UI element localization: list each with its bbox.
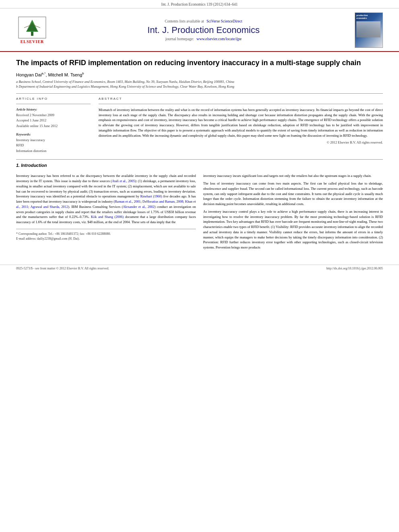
section1-heading: 1. Introduction	[16, 163, 383, 168]
footnote-area: * Corresponding author. Tel.: +86 186184…	[16, 229, 196, 241]
elsevier-wordmark: ELSEVIER	[21, 39, 44, 44]
citation-text: Int. J. Production Economics 139 (2012) …	[161, 2, 238, 6]
authors-line: Hongyan Daia,*, Mitchell M. Tsengb	[16, 72, 383, 77]
abstract-divider	[99, 104, 383, 104]
keywords-label: Keywords:	[16, 132, 90, 136]
received-date: Received 2 November 2009	[16, 113, 90, 118]
journal-homepage-line: journal homepage: www.elsevier.com/locat…	[52, 37, 355, 41]
cover-text: productioneconomics	[355, 13, 383, 39]
body-right-text1: inventory inaccuracy incurs significant …	[203, 173, 383, 179]
body-right-col: inventory inaccuracy incurs significant …	[203, 173, 383, 253]
ref-alexander[interactable]: Alexander et al., 2002	[123, 205, 154, 209]
copyright-text: © 2012 Elsevier B.V. All rights reserved…	[99, 140, 383, 144]
accepted-date: Accepted 1 June 2012	[16, 118, 90, 123]
footer-doi: http://dx.doi.org/10.1016/j.ijpe.2012.06…	[326, 267, 383, 270]
elsevier-logo-area: ELSEVIER	[12, 16, 52, 44]
sciverse-line: Contents lists available at SciVerse Sci…	[52, 19, 355, 23]
body-right-text2: The loss of inventory inaccuracy can com…	[203, 181, 383, 207]
affiliations: a Business School, Central University of…	[16, 80, 383, 89]
abstract-text: Mismatch of inventory information betwee…	[99, 107, 383, 138]
header-divider	[16, 93, 383, 94]
footnote-email: E-mail address: dailiy2238@gmail.com (H.…	[16, 236, 196, 241]
article-info-header: ARTICLE INFO	[16, 97, 90, 101]
keyword3: Information distortion	[16, 148, 90, 154]
ref-agrawal[interactable]: Agrawal and Sharda, 2012	[30, 205, 68, 209]
article-title: The impacts of RFID implementation on re…	[16, 58, 383, 68]
journal-header: ELSEVIER Contents lists available at Sci…	[0, 8, 399, 52]
body-right-text3: As inventory inaccuracy control plays a …	[203, 209, 383, 250]
homepage-url[interactable]: www.elsevier.com/locate/ijpe	[197, 37, 242, 41]
keyword2: RFID	[16, 143, 90, 148]
citation-bar: Int. J. Production Economics 139 (2012) …	[0, 0, 399, 8]
author2-name: , Mitchell M. Tseng	[45, 72, 82, 77]
sciverse-prefix: Contents lists available at	[165, 19, 204, 23]
keyword1: Inventory inaccuracy	[16, 138, 90, 143]
page-footer: 0925-5273/$ - see front matter © 2012 El…	[0, 265, 399, 272]
sciverse-link[interactable]: SciVerse ScienceDirect	[206, 19, 242, 23]
ref-dehoratius[interactable]: DeHoratius and Raman, 2008	[142, 199, 183, 203]
affil1-text: a Business School, Central University of…	[16, 80, 234, 84]
content-divider	[16, 159, 383, 160]
affil2-text: b Department of Industrial Engineering a…	[16, 84, 234, 89]
history-label: Article history:	[16, 107, 90, 111]
elsevier-tree-icon	[18, 16, 46, 39]
body-left-text1: Inventory inaccuracy has been referred t…	[16, 173, 196, 225]
svg-rect-1	[31, 32, 33, 36]
elsevier-logo: ELSEVIER	[12, 16, 52, 44]
footnote-star: * Corresponding author. Tel.: +86 186184…	[16, 232, 196, 236]
journal-cover-area: productioneconomics	[355, 12, 387, 48]
homepage-prefix: journal homepage:	[165, 37, 194, 41]
author1-name: Hongyan Dai	[16, 72, 42, 77]
ref-raman2001[interactable]: Raman et al., 2001	[115, 199, 140, 203]
available-date: Available online 15 June 2012	[16, 123, 90, 129]
body-two-col: Inventory inaccuracy has been referred t…	[16, 173, 383, 253]
body-left-col: Inventory inaccuracy has been referred t…	[16, 173, 196, 253]
ref-kok[interactable]: Kök and Shang (2006)	[91, 215, 124, 219]
abstract-header: ABSTRACT	[99, 97, 383, 101]
author2-sup: b	[82, 72, 84, 75]
abstract-col: ABSTRACT Mismatch of inventory informati…	[99, 97, 383, 154]
ref-atali[interactable]: Atali et al., 2005	[112, 179, 135, 183]
affil2-line: b Department of Industrial Engineering a…	[16, 84, 383, 89]
journal-title: Int. J. Production Economics	[52, 25, 355, 35]
journal-cover-image: productioneconomics	[355, 12, 383, 48]
author1-sup: a,*	[42, 72, 46, 75]
article-info-divider	[16, 104, 90, 104]
article-info-col: ARTICLE INFO Article history: Received 2…	[16, 97, 90, 154]
history-items: Received 2 November 2009 Accepted 1 June…	[16, 113, 90, 129]
page: Int. J. Production Economics 139 (2012) …	[0, 0, 399, 532]
ref-rinehart[interactable]: Rinehart (1960)	[140, 194, 162, 198]
main-content: The impacts of RFID implementation on re…	[0, 52, 399, 259]
journal-header-center: Contents lists available at SciVerse Sci…	[52, 19, 355, 41]
footer-issn: 0925-5273/$ - see front matter © 2012 El…	[16, 267, 109, 270]
keywords-list: Inventory inaccuracy RFID Information di…	[16, 138, 90, 154]
svg-marker-3	[27, 23, 37, 31]
affil1-line: a Business School, Central University of…	[16, 80, 383, 84]
info-abstract-section: ARTICLE INFO Article history: Received 2…	[16, 97, 383, 154]
